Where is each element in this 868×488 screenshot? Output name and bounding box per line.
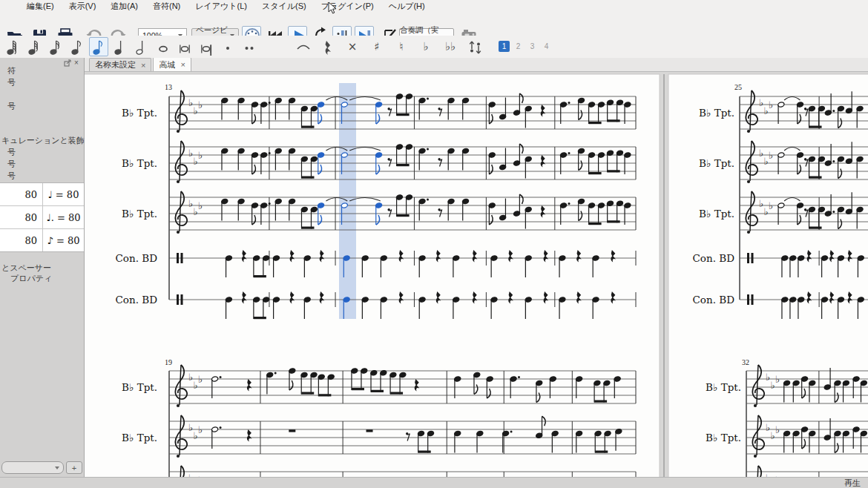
menu-item-1[interactable]: 編集(E) xyxy=(19,1,62,12)
score-svg: 13♭♭♭B♭ Tpt.♭♭♭B♭ Tpt.♭♭♭B♭ Tpt.Con. BDC… xyxy=(0,0,868,488)
tie[interactable] xyxy=(294,37,313,56)
accidental-sharp[interactable]: ♯ xyxy=(367,37,387,56)
instrument-label: B♭ Tpt. xyxy=(122,432,157,444)
tab-close-icon[interactable]: × xyxy=(141,61,145,70)
score-canvas[interactable]: 13♭♭♭B♭ Tpt.♭♭♭B♭ Tpt.♭♭♭B♭ Tpt.Con. BDC… xyxy=(0,0,868,488)
svg-text:♭: ♭ xyxy=(194,206,198,217)
tempo-cell-right-3[interactable]: ♪ = 80 xyxy=(43,229,84,251)
palette-item-3[interactable]: 号 xyxy=(7,101,16,112)
palette-item-9[interactable]: プロパティ xyxy=(10,273,52,284)
palette-item-4[interactable]: キュレーションと装飾 xyxy=(1,135,85,146)
measure-number: 32 xyxy=(742,358,749,366)
duration-32nd[interactable] xyxy=(24,37,44,56)
duration-whole[interactable] xyxy=(154,37,173,56)
svg-text:♭: ♭ xyxy=(198,150,203,161)
duration-16th[interactable] xyxy=(46,37,65,56)
note-input-toolbar: ×♯♮♭♭♭1234 xyxy=(0,36,868,58)
tempo-cell-left-1[interactable]: 80 xyxy=(0,183,43,205)
duration-longa[interactable] xyxy=(197,37,216,56)
instrument-label: B♭ Tpt. xyxy=(699,107,734,119)
svg-text:♭: ♭ xyxy=(769,99,773,111)
duration-half[interactable] xyxy=(132,37,151,56)
measure-number: 19 xyxy=(165,358,172,366)
svg-text:♭: ♭ xyxy=(766,422,770,433)
status-text: 再生 xyxy=(844,478,861,488)
duration-breve[interactable] xyxy=(175,37,194,56)
measure-number: 25 xyxy=(734,83,742,91)
measure-number: 13 xyxy=(165,83,172,91)
instrument-label: B♭ Tpt. xyxy=(122,381,157,393)
flip-direction[interactable] xyxy=(465,37,484,56)
plus-icon: + xyxy=(72,464,76,472)
svg-text:♭: ♭ xyxy=(194,156,198,167)
svg-text:♭: ♭ xyxy=(759,148,763,159)
svg-text:♭: ♭ xyxy=(764,156,769,167)
voice-3[interactable]: 3 xyxy=(527,41,538,52)
palette-item-1[interactable]: 符 xyxy=(7,65,16,76)
instrument-label: B♭ Tpt. xyxy=(122,208,157,220)
tempo-cell-left-3[interactable]: 80 xyxy=(0,229,43,251)
accidental-flat[interactable]: ♭ xyxy=(416,37,435,56)
mouse-cursor xyxy=(328,1,338,18)
svg-text:♭: ♭ xyxy=(188,97,193,108)
status-bar: 再生 xyxy=(0,477,868,488)
svg-text:♭: ♭ xyxy=(194,430,198,441)
palette-close-button[interactable]: × xyxy=(74,59,79,67)
accidental-double-sharp[interactable]: × xyxy=(343,37,362,56)
score-tab-bar: 名称未設定×高城× xyxy=(85,58,868,72)
tempo-cell-left-2[interactable]: 80 xyxy=(0,206,43,228)
add-palette-button[interactable]: + xyxy=(66,461,82,474)
instrument-label: Con. BD xyxy=(116,294,158,306)
duration-quarter[interactable] xyxy=(111,37,130,56)
svg-text:♭: ♭ xyxy=(775,374,780,385)
svg-text:♭: ♭ xyxy=(188,148,193,159)
svg-text:♭: ♭ xyxy=(769,150,773,161)
palette-item-8[interactable]: とスペーサー xyxy=(1,263,51,274)
voice-4[interactable]: 4 xyxy=(541,41,552,52)
voice-1[interactable]: 1 xyxy=(499,41,510,52)
svg-text:♭: ♭ xyxy=(198,99,203,111)
svg-text:♭: ♭ xyxy=(188,422,193,433)
palette-float-icon[interactable] xyxy=(64,59,71,68)
menu-item-2[interactable]: 表示(V) xyxy=(62,1,104,12)
menu-item-7[interactable]: プラグイン(P) xyxy=(314,1,381,12)
menu-item-3[interactable]: 追加(A) xyxy=(103,1,145,12)
palette-item-5[interactable]: 号 xyxy=(7,147,16,158)
svg-text:♭: ♭ xyxy=(198,424,203,435)
voice-2[interactable]: 2 xyxy=(513,41,524,52)
svg-text:♭: ♭ xyxy=(769,200,773,211)
instrument-label: Con. BD xyxy=(116,252,158,264)
tempo-cell-right-2[interactable]: ♩. = 80 xyxy=(43,206,84,228)
menu-item-8[interactable]: ヘルプ(H) xyxy=(381,1,433,12)
instrument-label: B♭ Tpt. xyxy=(122,107,157,119)
svg-text:♭: ♭ xyxy=(194,105,198,116)
svg-text:♭: ♭ xyxy=(188,372,193,383)
augmentation-dot[interactable] xyxy=(218,37,237,56)
score-tab-1[interactable]: 名称未設定× xyxy=(89,58,151,71)
score-tab-2[interactable]: 高城× xyxy=(153,57,191,71)
duration-64th[interactable] xyxy=(3,37,22,56)
accidental-double-flat[interactable]: ♭♭ xyxy=(441,37,460,56)
instrument-label: Con. BD xyxy=(693,252,735,264)
accidental-natural[interactable]: ♮ xyxy=(392,37,411,56)
palette-panel: × 符号号キュレーションと装飾号号号とスペーサープロパティ 80♩ = 8080… xyxy=(0,58,85,477)
svg-text:♭: ♭ xyxy=(764,105,769,116)
palette-item-7[interactable]: 号 xyxy=(7,171,16,182)
palette-item-2[interactable]: 号 xyxy=(7,77,16,88)
double-augmentation-dot[interactable] xyxy=(240,37,259,56)
instrument-label: B♭ Tpt. xyxy=(699,208,734,220)
rest[interactable] xyxy=(318,37,338,56)
svg-text:♭: ♭ xyxy=(764,206,769,217)
main-toolbar: 100% ページビュー xyxy=(0,12,868,36)
menu-item-5[interactable]: レイアウト(L) xyxy=(188,1,254,12)
duration-8th[interactable] xyxy=(68,37,87,56)
tab-close-icon[interactable]: × xyxy=(180,60,185,69)
duration-8th-selected[interactable] xyxy=(89,37,108,56)
menu-item-6[interactable]: スタイル(S) xyxy=(254,1,314,12)
palette-search-input[interactable] xyxy=(1,461,64,474)
menu-item-4[interactable]: 音符(N) xyxy=(145,1,188,12)
svg-text:♭: ♭ xyxy=(771,380,775,391)
tempo-cell-right-1[interactable]: ♩ = 80 xyxy=(43,183,84,205)
tab-label: 高城 xyxy=(159,59,175,70)
palette-item-6[interactable]: 号 xyxy=(7,159,16,170)
